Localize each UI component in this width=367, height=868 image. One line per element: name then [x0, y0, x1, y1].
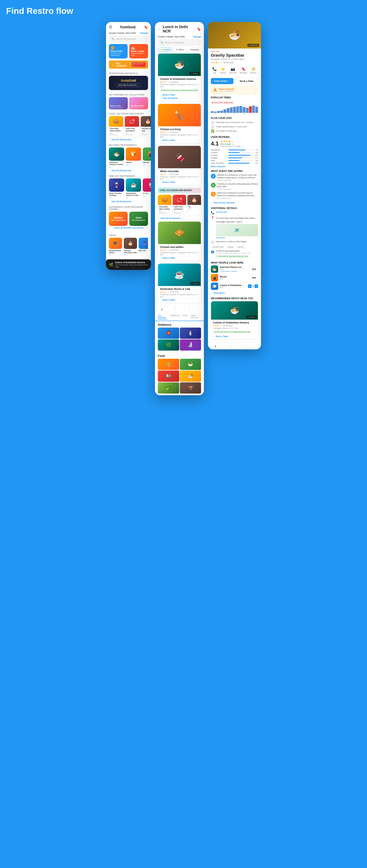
rec-book-link[interactable]: → Book a Table: [213, 335, 256, 338]
tab-all-photos[interactable]: ALL PHOTOS: [158, 314, 167, 319]
cafe-card-2[interactable]: 🫐 Blue dre. 3.4: [139, 238, 148, 256]
photos-tabs: ALL PHOTOS AMBIENCE FOOD USER PHOTOS: [155, 313, 204, 321]
phone2-change-btn[interactable]: Change: [193, 35, 201, 38]
hours-text[interactable]: Open Hours • 11AM to 11PM (Today): [216, 240, 246, 243]
filter-popularity[interactable]: ↑ Popularity: [187, 48, 201, 52]
increment-btn-2[interactable]: +: [254, 284, 258, 288]
restaurant-card-1[interactable]: 🍗 Chicken à la King ★★★☆☆ 98 Review ₹120…: [158, 104, 201, 143]
search-bar[interactable]: 🔍 Search Restaurants: [109, 36, 148, 42]
action-direction[interactable]: 🧭 Direction: [250, 67, 257, 74]
rating-bar-track-0: [228, 150, 253, 150]
show-activities[interactable]: → Show all Activities and Events: [109, 226, 148, 231]
book-table-detail-btn[interactable]: Book a Table: [235, 78, 258, 84]
map-preview[interactable]: 🗺️: [216, 224, 258, 236]
restaurant-card-0[interactable]: 🍜 2+2 Drinks Cuisine of Antebellum Ameri…: [158, 53, 201, 101]
collection-card-0[interactable]: Gym Lovers Starts from @129: [109, 97, 128, 110]
bottom-card[interactable]: 🌿 Cuisine of Antebellum America 1-B, Pus…: [106, 259, 151, 270]
address-text: 1-B, Pusa Road, Near Karol Bagh Metro St…: [216, 217, 255, 223]
book-link-3[interactable]: → Book a Table: [160, 257, 199, 259]
instagold-strip[interactable]: 🔥 Open InstaGold Code : IS00012970 ›: [211, 86, 258, 94]
fav-card-1[interactable]: Goan 25+ Experience: [129, 212, 148, 226]
detail-nav-down[interactable]: ⬇: [214, 344, 217, 348]
p2-nav-grid[interactable]: ⋮⋮⋮: [188, 307, 199, 312]
small-card-2[interactable]: 🎂 Ge. 3.4: [187, 195, 201, 215]
directions-link[interactable]: Directions: [216, 237, 258, 239]
write-review-btn[interactable]: Write a Review: [211, 165, 258, 168]
dine-card-0[interactable]: 🍷 Raise The Bar Rooftop 3.4: [109, 179, 124, 199]
bookmark-icon[interactable]: 🔖: [144, 25, 148, 29]
phone2-search[interactable]: 🔍 Search Restaurants: [158, 39, 201, 45]
back-arrow-icon[interactable]: ←: [158, 27, 161, 31]
action-bookmark[interactable]: 🔖 Bookmark: [240, 67, 247, 74]
rating-bar-row-0: Cleanliness 7.0: [211, 149, 258, 151]
instagold-purchase-btn[interactable]: ⚡ Buy InstaGold New upto 20% off: [109, 61, 148, 69]
spend-time-item: 🕐 People typically Spend 1-2 hours here: [211, 125, 258, 128]
delivery-card-0[interactable]: 🍜 American Chinese cuisine 3.4: [109, 148, 124, 168]
p2-view-all[interactable]: → View All Restaurants: [155, 216, 204, 221]
small-card-0[interactable]: 🍪 Chocolate chip cookies 3.4 98 Review: [158, 195, 171, 215]
action-call[interactable]: 📞 Call: [212, 67, 217, 74]
tab-ambience[interactable]: AMBIENCE: [170, 314, 179, 319]
recommended-card[interactable]: 🍜 2+2 Drinks Cuisine of Antebellum Ameri…: [211, 301, 258, 339]
restaurant-card-4[interactable]: ☕ 1+2 Food Destination Restro & Cafe ★★★…: [158, 264, 201, 303]
bar-4: [223, 110, 226, 113]
restaurant-card-3[interactable]: 🧇 Chicken and waffles ★★★☆☆ 98 Review ₹1…: [158, 221, 201, 261]
fav-card-0[interactable]: Italiano 100+ Experience: [109, 212, 128, 226]
bookmark2-icon[interactable]: 🔖: [197, 27, 201, 31]
bakery-card-0[interactable]: 🍪 Chocolate chip cookies 3.4 98 Review: [109, 116, 123, 137]
phone-detail-text[interactable]: 912-821-3847: [216, 211, 227, 214]
cafe-card-1[interactable]: 🎂 German chocolate cake 3.4: [124, 238, 137, 256]
tab-food[interactable]: FOOD: [182, 314, 188, 319]
show-menu-btn[interactable]: → Show Menu: [211, 291, 258, 295]
p2-nav-down[interactable]: ⬇: [160, 307, 163, 312]
action-reviews[interactable]: ⭐ Reviews: [220, 67, 226, 74]
view-outlets-0[interactable]: → View all Outlets: [160, 97, 199, 99]
action-add-photo[interactable]: 📷 Add Photo: [229, 67, 237, 74]
collection-card-1[interactable]: Live Music Rest. Starts from @443: [129, 97, 148, 110]
dropdown-arrow[interactable]: ▼: [232, 143, 234, 145]
hamburger-icon[interactable]: ☰: [109, 25, 112, 29]
rest-meta-0: ₹1200 for 2 people • Gurugram, Sector 29…: [160, 84, 199, 88]
dine-view-all[interactable]: → View All Restaurants: [106, 199, 151, 205]
filter-instagold[interactable]: ⭐ InstaGold: [158, 48, 173, 52]
love-price-1: £4.2: [220, 278, 248, 280]
bakery-card-1[interactable]: 🥩 Calf's liver and bacon 3.4 98 Review: [125, 116, 139, 137]
view-all-reviews-btn[interactable]: → View All User Reviews: [211, 201, 258, 205]
change-location-btn[interactable]: Change: [140, 32, 148, 34]
book-link-0[interactable]: → Book a Table: [160, 94, 199, 96]
add-btn-0[interactable]: Add: [250, 267, 258, 271]
bakery-view-all[interactable]: → View All Restaurants: [106, 138, 151, 143]
delivery-card-2[interactable]: 🍘 Biscuit 3.4: [143, 148, 151, 168]
bar-13: [252, 105, 255, 113]
add-btn-1[interactable]: Add: [250, 276, 258, 280]
delivery-card-1[interactable]: 🍞 Bread 3.4: [126, 148, 141, 168]
view-restaurants-btn[interactable]: VIEW RESTAURANTS →: [116, 83, 141, 87]
review-content-2: "When you're looking for a romantic plac…: [217, 192, 258, 199]
book-link-2[interactable]: → Book a Table: [160, 181, 199, 183]
book-table-btn[interactable]: 📅 Book a table May take upto 3 mins: [129, 44, 148, 59]
instagold-strip-title: Open InstaGold: [219, 88, 235, 90]
visited-text[interactable]: You Visited 5 month ago ∨: [216, 130, 238, 132]
rating-bar-row-4: Staff 4.6: [211, 159, 258, 161]
book-link-1[interactable]: → Book a Table: [160, 139, 199, 142]
detail-nav-heart[interactable]: ♡: [229, 344, 232, 348]
off-percent-icon: %: [217, 255, 218, 257]
decrement-btn-2[interactable]: -: [248, 284, 252, 288]
book-link-4[interactable]: → Book a Table: [160, 299, 199, 301]
bakery-card-2[interactable]: 🎂 German choc. cake 3.4 Review: [141, 116, 151, 137]
instagold-banner[interactable]: InstaGold VIEW RESTAURANTS →: [109, 76, 148, 90]
food-order-btn[interactable]: 🍔 Food Order Find Near by restaurants: [109, 44, 128, 59]
order-online-btn[interactable]: Order Online →: [211, 78, 233, 84]
delivery-view-all[interactable]: → View All Restaurants: [106, 169, 151, 174]
detail-nav-grid[interactable]: ⋮⋮⋮: [244, 344, 255, 348]
tab-user-photos[interactable]: USER PHOTOS: [191, 314, 201, 319]
p2-nav-heart[interactable]: ♡: [174, 307, 177, 312]
restaurant-card-2[interactable]: 🍫 White chocolate ★★★☆☆ 98 Review ₹1200 …: [158, 146, 201, 185]
filter-filters[interactable]: ▼ Filters: [174, 48, 186, 52]
small-card-1[interactable]: 🥩 Calf's liver and bacon 3.4 98 Review: [173, 195, 186, 215]
dine-card-2[interactable]: 🍹 Fr. Dr. 3.4: [143, 179, 151, 199]
love-img-0: 🍜: [211, 266, 218, 273]
cafe-card-0[interactable]: 🦃 Domesticated turkey 3.4: [109, 238, 122, 256]
bottom-card-title: Cuisine of Antebellum America: [115, 261, 148, 264]
dine-card-1[interactable]: ☕ Destination Restro & Cafe 3.4: [126, 179, 141, 199]
